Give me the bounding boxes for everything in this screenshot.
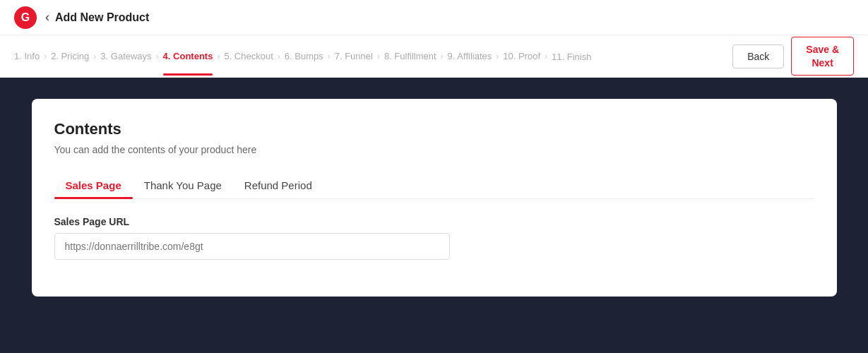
step-contents[interactable]: 4. Contents	[163, 51, 213, 61]
back-button[interactable]: Back	[732, 44, 784, 68]
chevron-icon-1: ›	[44, 52, 47, 61]
sales-page-url-field: Sales Page URL	[54, 216, 814, 260]
chevron-icon-2: ›	[93, 52, 96, 61]
step-affiliates[interactable]: 9. Affiliates	[448, 51, 492, 61]
steps-list: 1. Info › 2. Pricing › 3. Gateways › 4. …	[14, 50, 591, 62]
contents-card: Contents You can add the contents of you…	[32, 99, 837, 297]
chevron-icon-8: ›	[441, 52, 444, 61]
card-subtitle: You can add the contents of your product…	[54, 144, 814, 155]
step-pricing[interactable]: 2. Pricing	[51, 51, 89, 61]
field-label-sales-page-url: Sales Page URL	[54, 216, 814, 227]
step-nav-actions: Back Save &Next	[732, 37, 854, 75]
back-arrow-icon[interactable]: ‹	[45, 10, 49, 25]
tab-refund-period[interactable]: Refund Period	[233, 172, 323, 198]
card-title: Contents	[54, 120, 814, 138]
step-checkout[interactable]: 5. Checkout	[224, 51, 273, 61]
content-tabs: Sales Page Thank You Page Refund Period	[54, 172, 814, 199]
step-finish[interactable]: 11. Finish	[552, 52, 591, 62]
chevron-icon-4: ›	[217, 52, 220, 61]
tab-thank-you-page[interactable]: Thank You Page	[133, 172, 233, 198]
logo-icon: G	[14, 6, 37, 29]
chevron-icon-9: ›	[496, 52, 499, 61]
sales-page-url-input[interactable]	[54, 233, 450, 260]
chevron-icon-10: ›	[545, 52, 547, 61]
chevron-icon-3: ›	[156, 52, 159, 61]
step-gateways[interactable]: 3. Gateways	[100, 51, 151, 61]
chevron-icon-5: ›	[278, 52, 280, 61]
step-proof[interactable]: 10. Proof	[503, 51, 540, 61]
page-title: Add New Product	[55, 11, 149, 24]
step-fulfillment[interactable]: 8. Fulfillment	[384, 51, 436, 61]
step-bumps[interactable]: 6. Bumps	[285, 51, 323, 61]
topbar: G ‹ Add New Product	[0, 0, 868, 35]
step-funnel[interactable]: 7. Funnel	[335, 51, 373, 61]
save-next-button[interactable]: Save &Next	[791, 37, 854, 75]
chevron-icon-7: ›	[377, 52, 380, 61]
step-info[interactable]: 1. Info	[14, 51, 40, 61]
step-nav: 1. Info › 2. Pricing › 3. Gateways › 4. …	[0, 35, 868, 78]
main-content: Contents You can add the contents of you…	[0, 78, 868, 318]
chevron-icon-6: ›	[328, 52, 331, 61]
tab-sales-page[interactable]: Sales Page	[54, 172, 133, 198]
